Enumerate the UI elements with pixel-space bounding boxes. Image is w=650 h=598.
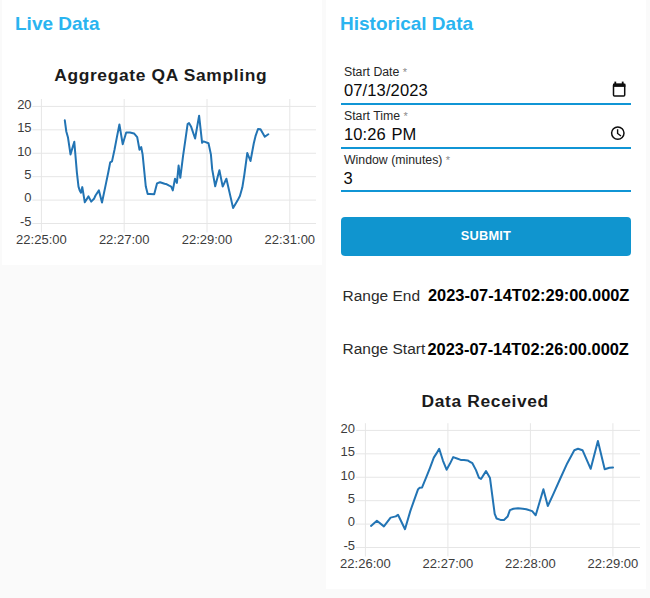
svg-text:22:26:00: 22:26:00 bbox=[340, 556, 391, 571]
svg-text:22:28:00: 22:28:00 bbox=[505, 556, 556, 571]
svg-text:15: 15 bbox=[341, 444, 355, 459]
svg-text:22:27:00: 22:27:00 bbox=[423, 556, 474, 571]
svg-text:20: 20 bbox=[17, 97, 31, 112]
svg-text:22:29:00: 22:29:00 bbox=[182, 232, 233, 247]
svg-text:10: 10 bbox=[17, 144, 31, 159]
svg-text:15: 15 bbox=[17, 120, 31, 135]
svg-text:20: 20 bbox=[341, 421, 355, 436]
svg-text:22:25:00: 22:25:00 bbox=[16, 232, 67, 247]
svg-text:5: 5 bbox=[24, 167, 31, 182]
svg-text:-5: -5 bbox=[343, 538, 355, 553]
svg-text:22:27:00: 22:27:00 bbox=[99, 232, 150, 247]
svg-text:22:31:00: 22:31:00 bbox=[264, 232, 315, 247]
svg-text:22:29:00: 22:29:00 bbox=[588, 556, 639, 571]
svg-text:10: 10 bbox=[341, 468, 355, 483]
svg-text:0: 0 bbox=[348, 514, 355, 529]
svg-text:0: 0 bbox=[24, 190, 31, 205]
svg-text:-5: -5 bbox=[20, 214, 32, 229]
svg-text:5: 5 bbox=[348, 491, 355, 506]
